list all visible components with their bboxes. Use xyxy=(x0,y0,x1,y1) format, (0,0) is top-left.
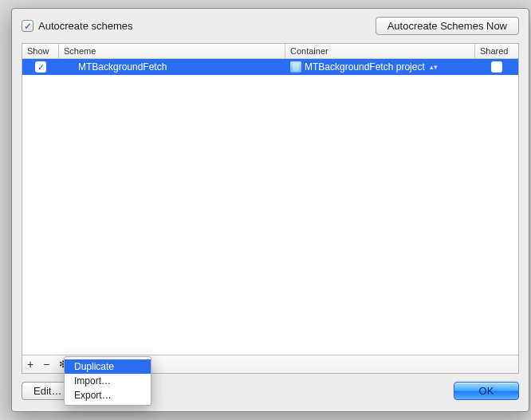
add-button[interactable]: + xyxy=(27,358,33,371)
table-body: ✓ MTBackgroundFetch MTBackgroundFetch pr… xyxy=(22,59,518,355)
top-row: ✓ Autocreate schemes Autocreate Schemes … xyxy=(12,9,529,43)
scheme-name: MTBackgroundFetch xyxy=(78,61,167,73)
schemes-sheet: ✓ Autocreate schemes Autocreate Schemes … xyxy=(11,8,529,412)
table-row[interactable]: ✓ MTBackgroundFetch MTBackgroundFetch pr… xyxy=(22,59,518,75)
checkmark-icon: ✓ xyxy=(22,20,33,32)
xcode-project-icon xyxy=(290,61,301,73)
menu-item-duplicate[interactable]: Duplicate xyxy=(65,359,151,374)
column-container[interactable]: Container xyxy=(285,44,475,58)
ok-button[interactable]: OK xyxy=(454,382,519,400)
menu-item-import[interactable]: Import… xyxy=(65,374,151,388)
container-name: MTBackgroundFetch project xyxy=(305,61,425,73)
gear-context-menu: Duplicate Import… Export… xyxy=(64,356,151,406)
schemes-table: Show Scheme Container Shared ✓ MTBackgro… xyxy=(22,43,519,374)
autocreate-schemes-checkbox[interactable]: ✓ Autocreate schemes xyxy=(22,20,133,32)
column-show[interactable]: Show xyxy=(22,44,59,58)
autocreate-now-button[interactable]: Autocreate Schemes Now xyxy=(376,17,519,35)
table-header: Show Scheme Container Shared xyxy=(22,44,518,59)
column-shared[interactable]: Shared xyxy=(475,44,518,58)
unchecked-box-icon xyxy=(491,61,502,73)
autocreate-label: Autocreate schemes xyxy=(38,20,133,32)
shared-cell[interactable] xyxy=(475,59,518,75)
scheme-cell: MTBackgroundFetch xyxy=(59,59,285,75)
column-scheme[interactable]: Scheme xyxy=(59,44,285,58)
checkmark-icon: ✓ xyxy=(35,61,46,73)
container-cell[interactable]: MTBackgroundFetch project ▴▾ xyxy=(285,59,475,75)
popup-indicator-icon: ▴▾ xyxy=(430,63,438,71)
menu-item-export[interactable]: Export… xyxy=(65,388,151,402)
show-cell[interactable]: ✓ xyxy=(22,59,59,75)
remove-button[interactable]: − xyxy=(43,358,49,371)
